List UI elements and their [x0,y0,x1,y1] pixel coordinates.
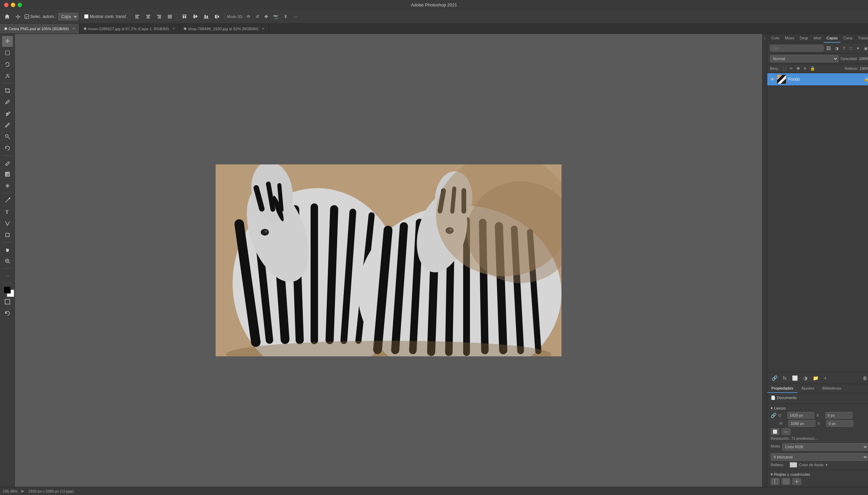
align-justify-button[interactable] [166,13,174,20]
tab-shop-close[interactable]: ✕ [262,27,265,31]
window-controls[interactable] [4,3,22,7]
canvas-link-icon[interactable]: 🔗 [771,413,777,418]
rotate-view-button[interactable] [2,308,13,319]
hand-tool[interactable] [2,244,13,255]
canvas-area[interactable] [15,34,762,487]
relleno-swatch[interactable] [790,462,797,467]
canvas-y-display[interactable]: 0 px [826,420,853,427]
clone-stamp-tool[interactable] [2,131,13,142]
modo3d-zoom-button[interactable]: ✤ [263,13,270,20]
path-select-tool[interactable] [2,218,13,229]
modo3d-pan-button[interactable]: ↺ [254,13,261,20]
canvas-x-display[interactable]: 0 px [825,412,852,419]
lock-artboard-btn[interactable]: ✤ [796,65,801,71]
layer-filter-adjust-btn[interactable]: ◑ [833,45,840,52]
layer-item-fondo[interactable]: 👁 Fondo 🔒 [767,73,868,86]
align-right-button[interactable] [155,13,164,20]
pen-tool[interactable] [2,195,13,206]
blend-mode-select[interactable]: Normal [770,55,838,62]
marquee-tool[interactable] [2,48,13,58]
bit-depth-select[interactable]: 8 bits/canal [771,453,868,461]
distribute-bottom-button[interactable] [202,13,210,20]
close-button[interactable] [4,3,8,7]
prop-tab-bibliotecas[interactable]: Bibliotecas [818,384,845,393]
canvas-height-display[interactable]: 1080 px [788,420,815,427]
layer-filter-smart-btn[interactable]: ✦ [855,45,861,52]
minimize-button[interactable] [11,3,15,7]
layer-adjustment-btn[interactable]: ◑ [802,374,809,382]
move-tool-button[interactable] [14,13,22,20]
magic-wand-tool[interactable] [2,70,13,81]
zoom-tool[interactable] [2,256,13,267]
layer-filter-image-btn[interactable]: 🖼 [825,45,832,52]
align-left-button[interactable] [133,13,142,20]
canvas-width-display[interactable]: 1920 px [787,412,814,419]
lasso-tool[interactable] [2,59,13,70]
eraser-tool[interactable] [2,157,13,168]
canvas-landscape-icon[interactable]: ▭ [782,428,790,435]
color-mode-select[interactable]: Color RGB [782,443,868,450]
align-center-button[interactable] [144,13,153,20]
modo3d-extra-button[interactable]: 🎙 [282,13,290,20]
more-options-button[interactable]: ··· [292,13,299,20]
mostrar-checkbox-label[interactable]: Mostrar contr. transf. [84,14,127,19]
grid-icon-3[interactable] [793,478,801,485]
layer-filter-toggle-btn[interactable]: ◉ [863,45,868,52]
canvas-portrait-icon[interactable]: ⬜ [771,428,780,435]
grid-icon-1[interactable] [771,478,780,485]
prop-grid-header[interactable]: ▾ Reglas y cuadrículas [771,472,868,477]
tab-muestras[interactable]: Mues [782,34,797,43]
tab-moon[interactable]: ✱ moon-2285627.jpg al 87,2% (Capa 1, RGB… [79,24,180,34]
eyedropper-tool[interactable] [2,97,13,107]
layer-visibility-icon[interactable]: 👁 [770,76,775,82]
distribute-center-v-button[interactable] [191,13,200,20]
layer-fx-btn[interactable]: fx [781,374,788,382]
capa-select[interactable]: Capa [58,13,78,20]
tab-cebra[interactable]: ✱ Cebra PNG.psd al 105% (RGB/8#) ✕ [0,24,79,34]
canvas-image[interactable] [216,165,561,356]
blur-tool[interactable] [2,181,13,191]
delete-layer-btn[interactable]: 🗑 [861,374,868,382]
new-layer-btn[interactable]: + [822,374,828,382]
tab-capas[interactable]: Capas [823,34,840,43]
lock-paint-btn[interactable]: ✏ [789,65,794,71]
grid-icon-2[interactable] [782,478,790,485]
distribute-top-button[interactable] [180,13,189,20]
layers-search-input[interactable] [770,45,823,52]
crop-tool[interactable] [2,85,13,96]
move-tool[interactable] [2,36,13,47]
lock-transparent-btn[interactable]: ⬚ [782,65,787,71]
layer-group-btn[interactable]: 📁 [811,374,820,382]
link-layers-btn[interactable]: 🔗 [770,374,779,382]
type-tool[interactable]: T [2,206,13,217]
tab-degradado[interactable]: Degr [797,34,811,43]
screen-mode-button[interactable] [2,296,13,307]
tab-cebra-close[interactable]: ✕ [72,27,75,31]
layer-filter-shape-btn[interactable]: □ [848,45,853,52]
layer-filter-type-btn[interactable]: T [841,45,847,52]
tab-color[interactable]: Colo [769,34,782,43]
heal-brush-tool[interactable] [2,108,13,119]
tab-moon-close[interactable]: ✕ [172,27,175,31]
layer-mask-btn[interactable]: ⬜ [790,374,800,382]
status-nav-arrow[interactable]: ▶ [21,489,24,493]
opacity-value[interactable]: 100% [859,57,868,61]
modo3d-camera-button[interactable]: 📷 [272,13,280,20]
tab-shop[interactable]: ✱ shop-768499_1920.jpg al 92% (RGB/8#) ✕ [180,24,269,34]
panel-collapse-button[interactable]: ‹ [762,34,767,487]
lock-all-btn[interactable]: 🔒 [809,65,816,71]
brush-tool[interactable] [2,120,13,131]
gradient-tool[interactable] [2,169,13,180]
maximize-button[interactable] [18,3,22,7]
more-tools-button[interactable]: ··· [2,270,13,281]
home-button[interactable] [3,13,12,20]
mostrar-checkbox[interactable] [84,14,88,19]
relleno-dropdown-icon[interactable]: ▾ [826,463,828,467]
lock-position-btn[interactable]: ✛ [802,65,807,71]
distribute-single-button[interactable] [212,13,221,20]
color-swatches[interactable] [2,285,13,296]
modo3d-rotate-button[interactable]: ⟳ [245,13,252,20]
tab-motivo[interactable]: Moti [811,34,824,43]
prop-tab-propiedades[interactable]: Propiedades [767,384,798,393]
prop-tab-ajustes[interactable]: Ajustes [798,384,818,393]
